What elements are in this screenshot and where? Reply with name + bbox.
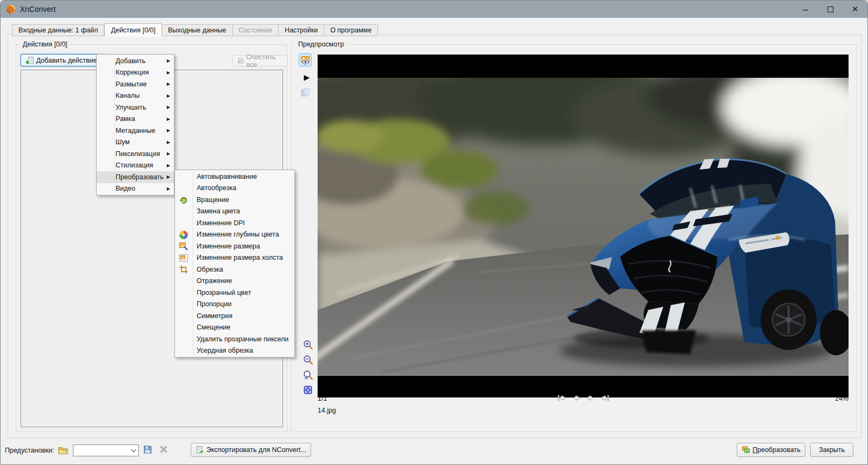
tab-output[interactable]: Выходные данные: [162, 24, 233, 36]
minimize-icon: –: [803, 4, 808, 15]
dropdown-arrow-icon[interactable]: [129, 445, 138, 456]
close-button[interactable]: ✕: [843, 1, 867, 18]
submenu-item-trim[interactable]: Усердная обрезка: [175, 345, 294, 357]
submenu-arrow-icon: ▶: [167, 186, 170, 191]
convert-button[interactable]: Преобразовать: [737, 443, 805, 457]
preview-image-icon: [301, 56, 310, 65]
open-preset-button[interactable]: [56, 444, 70, 456]
play-button[interactable]: ▶: [300, 71, 313, 84]
submenu-item-symmetry[interactable]: Симметрия: [175, 310, 294, 322]
preview-groupbox: Предпросмотр ▶: [291, 44, 857, 432]
zoom-out-icon: [303, 355, 313, 365]
app-logo-icon: [6, 4, 16, 14]
nav-prev-button[interactable]: [571, 394, 581, 402]
add-action-icon: [25, 56, 34, 65]
zoom-in-icon: [303, 340, 313, 350]
add-action-button[interactable]: Добавить действие>: [21, 54, 106, 66]
menu-item-video[interactable]: Видео▶: [97, 183, 174, 195]
submenu-arrow-icon: ▶: [167, 117, 170, 122]
submenu-item-flip[interactable]: Отражение: [175, 275, 294, 287]
clear-all-button: Очистить все: [232, 55, 288, 66]
menu-item-enhance[interactable]: Улучшить▶: [97, 102, 174, 113]
zoom-original-button[interactable]: [301, 368, 314, 381]
maximize-icon: [827, 6, 833, 12]
submenu-arrow-icon: ▶: [167, 174, 170, 179]
submenu-arrow-icon: ▶: [167, 140, 170, 145]
submenu-arrow-icon: ▶: [167, 58, 170, 63]
play-icon: ▶: [304, 73, 310, 82]
window: XnConvert – ✕ Входные данные: 1 файл Дей…: [0, 0, 868, 465]
submenu-item-change-color-depth[interactable]: Изменение глубины цвета: [175, 229, 294, 241]
resize-icon: [179, 241, 189, 251]
menu-item-pixelate[interactable]: Пикселизация▶: [97, 148, 174, 160]
submenu-arrow-icon: ▶: [167, 93, 170, 98]
window-title: XnConvert: [20, 5, 56, 14]
submenu-item-auto-align[interactable]: Автовыравнивание: [175, 171, 294, 183]
file-name: 14.jpg: [318, 407, 336, 414]
tab-actions[interactable]: Действия [0/0]: [104, 23, 162, 37]
submenu-item-transparent-color[interactable]: Прозрачный цвет: [175, 287, 294, 299]
preview-photo: [318, 78, 849, 376]
footer-bar: Предустановки:: [1, 438, 867, 465]
compare-button: [299, 86, 312, 99]
nav-next-button[interactable]: [586, 394, 595, 402]
preset-input[interactable]: [73, 446, 129, 455]
menu-item-frame[interactable]: Рамка▶: [97, 113, 174, 125]
close-app-label: Закрыть: [819, 446, 845, 454]
convert-label: Преобразовать: [752, 446, 800, 454]
submenu-arrow-icon: ▶: [167, 82, 170, 86]
menu-item-correction[interactable]: Коррекция▶: [97, 67, 174, 79]
menu-item-add[interactable]: Добавить▶: [97, 55, 174, 67]
submenu-item-remove-transparent-pixels[interactable]: Удалить прозрачные пиксели: [175, 333, 294, 345]
tab-settings[interactable]: Настройки: [279, 24, 324, 36]
folder-icon: [58, 446, 69, 455]
submenu-item-resize[interactable]: Изменение размера: [175, 240, 294, 252]
tab-about[interactable]: О программе: [324, 24, 378, 36]
compare-icon: [300, 87, 311, 98]
zoom-out-button[interactable]: [301, 353, 314, 366]
menu-item-noise[interactable]: Шум▶: [97, 137, 174, 149]
add-action-menu: Добавить▶ Коррекция▶ Размытие▶ Каналы▶ У…: [96, 54, 174, 196]
menu-item-blur[interactable]: Размытие▶: [97, 78, 174, 90]
tab-input-files[interactable]: Входные данные: 1 файл: [12, 24, 104, 36]
close-app-button[interactable]: Закрыть: [810, 443, 853, 457]
export-nconvert-label: Экспортировать для NConvert...: [206, 446, 306, 454]
preview-image-area[interactable]: [318, 55, 849, 397]
submenu-item-crop[interactable]: Обрезка: [175, 264, 294, 275]
submenu-item-change-dpi[interactable]: Изменение DPI: [175, 217, 294, 229]
title-bar: XnConvert – ✕: [1, 1, 867, 18]
nav-last-button[interactable]: [600, 394, 610, 402]
submenu-arrow-icon: ▶: [167, 70, 170, 75]
rotate-icon: [179, 195, 189, 205]
submenu-item-rotate[interactable]: Вращение: [175, 194, 294, 206]
submenu-item-replace-color[interactable]: Замена цвета: [175, 206, 294, 218]
fit-to-window-icon: [303, 385, 313, 395]
maximize-button[interactable]: [818, 1, 843, 18]
submenu-item-auto-crop[interactable]: Автообрезка: [175, 183, 294, 194]
clear-all-label: Очистить все: [246, 53, 283, 69]
minimize-button[interactable]: –: [793, 1, 818, 18]
menu-item-transform[interactable]: Преобразовать▶: [97, 171, 174, 183]
presets-label: Предустановки:: [5, 447, 54, 454]
zoom-level: 24%: [835, 395, 849, 402]
tab-status: Состояние: [233, 24, 279, 36]
delete-preset-button: [159, 445, 171, 456]
submenu-arrow-icon: ▶: [167, 163, 170, 168]
save-preset-button[interactable]: [143, 445, 155, 456]
zoom-in-button[interactable]: [301, 338, 314, 351]
fit-to-window-button[interactable]: [301, 383, 314, 396]
nav-first-button[interactable]: [556, 394, 566, 402]
close-icon: ✕: [852, 4, 859, 14]
menu-item-stylize[interactable]: Стилизация▶: [97, 160, 174, 172]
menu-item-metadata[interactable]: Метаданные▶: [97, 125, 174, 137]
submenu-item-canvas-resize[interactable]: Изменение размера холста: [175, 252, 294, 264]
preset-combobox[interactable]: [73, 444, 139, 456]
menu-item-channels[interactable]: Каналы▶: [97, 90, 174, 102]
export-nconvert-button[interactable]: Экспортировать для NConvert...: [191, 443, 311, 457]
page-indicator: 1/1: [318, 395, 327, 402]
color-depth-icon: [179, 230, 189, 240]
save-icon: [143, 445, 152, 454]
submenu-item-proportions[interactable]: Пропорции: [175, 299, 294, 311]
submenu-item-offset[interactable]: Смещение: [175, 322, 294, 334]
preview-toggle-button[interactable]: [299, 53, 312, 66]
